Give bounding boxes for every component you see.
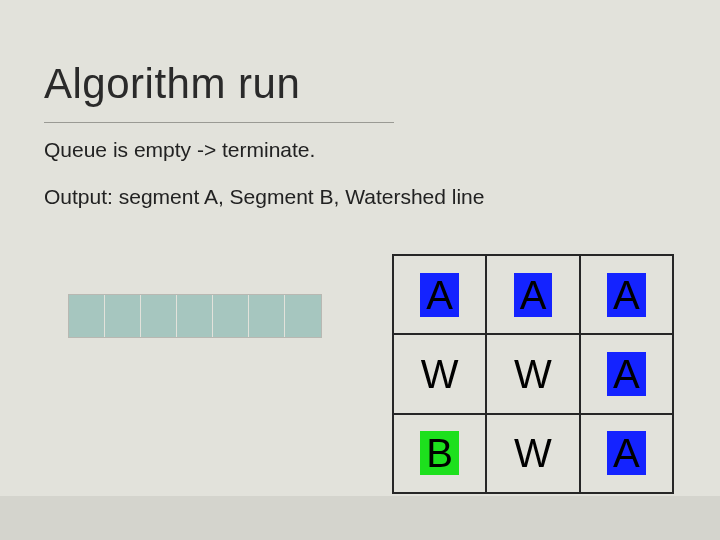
cell-label: W — [508, 431, 558, 475]
slide: Algorithm run Queue is empty -> terminat… — [0, 0, 720, 540]
queue-cell — [177, 295, 213, 337]
grid-cell: A — [579, 413, 674, 494]
queue-strip — [68, 294, 322, 338]
queue-cell — [69, 295, 105, 337]
queue-cell — [105, 295, 141, 337]
grid-cell: W — [485, 413, 580, 494]
cell-label: A — [514, 273, 553, 317]
title-underline — [44, 122, 394, 123]
queue-cell — [249, 295, 285, 337]
slide-title: Algorithm run — [44, 60, 300, 108]
grid-cell: W — [485, 333, 580, 414]
cell-label: A — [607, 431, 646, 475]
footer-band — [0, 496, 720, 540]
cell-label: A — [420, 273, 459, 317]
result-grid: A A A W W A B W A — [393, 255, 673, 493]
queue-cell — [141, 295, 177, 337]
grid-cell: A — [485, 254, 580, 335]
grid-cell: B — [392, 413, 487, 494]
grid-cell: W — [392, 333, 487, 414]
grid-cell: A — [392, 254, 487, 335]
grid-cell: A — [579, 254, 674, 335]
cell-label: W — [508, 352, 558, 396]
status-line: Queue is empty -> terminate. — [44, 138, 315, 162]
queue-cell — [285, 295, 321, 337]
cell-label: A — [607, 273, 646, 317]
queue-cell — [213, 295, 249, 337]
output-line: Output: segment A, Segment B, Watershed … — [44, 185, 484, 209]
cell-label: B — [420, 431, 459, 475]
grid-cell: A — [579, 333, 674, 414]
cell-label: A — [607, 352, 646, 396]
cell-label: W — [415, 352, 465, 396]
